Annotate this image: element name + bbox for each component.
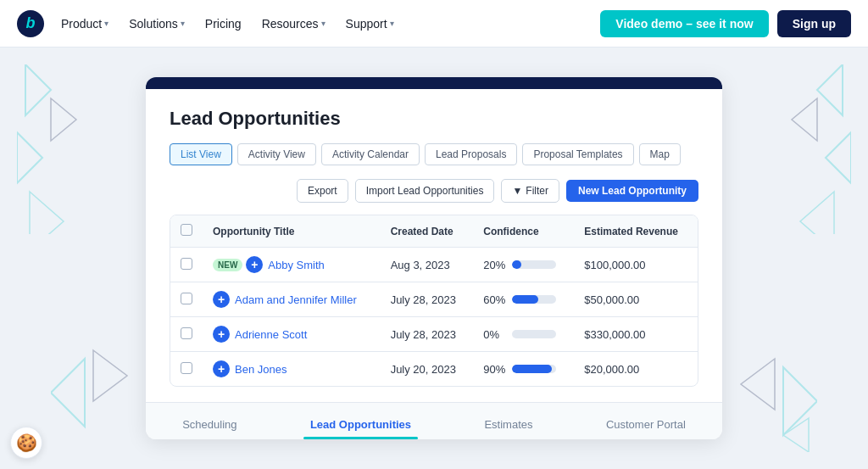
new-lead-opportunity-button[interactable]: New Lead Opportunity	[566, 180, 698, 202]
select-all-checkbox[interactable]	[181, 224, 192, 236]
video-demo-button[interactable]: Video demo – see it now	[600, 10, 768, 37]
lead-name[interactable]: Abby Smith	[268, 259, 324, 271]
table-header-row: Opportunity Title Created Date Confidenc…	[170, 215, 698, 248]
confidence-cell: 90%	[473, 352, 574, 387]
row-checkbox[interactable]	[181, 258, 192, 270]
chevron-down-icon: ▾	[104, 19, 108, 28]
add-icon[interactable]: +	[213, 360, 230, 377]
chevron-down-icon: ▾	[321, 19, 326, 28]
confidence-cell: 60%	[473, 282, 574, 317]
filter-label: Filter	[526, 185, 548, 197]
bottom-tab-scheduling[interactable]: Scheduling	[175, 415, 243, 434]
row-checkbox[interactable]	[181, 327, 192, 339]
deco-right-bottom	[724, 350, 817, 452]
bottom-tabs: Scheduling Lead Opportunities Estimates …	[146, 402, 722, 439]
opportunity-title-cell: NEW + Abby Smith	[203, 248, 381, 282]
nav-item-solutions[interactable]: Solutions ▾	[120, 12, 193, 36]
tab-lead-proposals[interactable]: Lead Proposals	[425, 143, 517, 165]
toolbar: Export Import Lead Opportunities ▼ Filte…	[170, 179, 698, 203]
add-icon[interactable]: +	[246, 256, 263, 273]
svg-marker-2	[30, 192, 64, 234]
signup-button[interactable]: Sign up	[777, 10, 851, 37]
filter-icon: ▼	[512, 185, 522, 197]
col-confidence: Confidence	[473, 215, 574, 248]
svg-marker-8	[800, 192, 834, 234]
row-checkbox[interactable]	[181, 362, 192, 374]
tab-activity-view[interactable]: Activity View	[237, 143, 316, 165]
filter-button[interactable]: ▼ Filter	[501, 179, 559, 203]
confidence-bar-bg	[512, 365, 556, 373]
table-row: + Ben Jones July 20, 2023 90% $20,000.00	[170, 352, 698, 387]
export-button[interactable]: Export	[297, 179, 348, 203]
row-checkbox-cell	[170, 248, 203, 282]
add-icon[interactable]: +	[213, 326, 230, 343]
revenue-cell: $330,000.00	[574, 317, 698, 352]
confidence-percent: 0%	[483, 328, 507, 341]
bottom-tab-customer-portal[interactable]: Customer Portal	[599, 415, 693, 434]
opportunity-title-cell: + Ben Jones	[203, 352, 381, 387]
chevron-down-icon: ▾	[390, 19, 394, 28]
chevron-down-icon: ▾	[181, 19, 185, 28]
lead-name[interactable]: Adrienne Scott	[235, 328, 307, 341]
col-created-date: Created Date	[381, 215, 474, 248]
deco-right-top	[775, 64, 851, 234]
nav-label-solutions: Solutions	[129, 17, 178, 31]
nav-item-product[interactable]: Product ▾	[53, 12, 117, 36]
nav-item-resources[interactable]: Resources ▾	[253, 12, 334, 36]
lead-name[interactable]: Adam and Jennifer Miller	[235, 293, 357, 306]
nav-label-support: Support	[346, 17, 387, 31]
tab-map[interactable]: Map	[639, 143, 681, 165]
navbar: b Product ▾ Solutions ▾ Pricing Resource…	[0, 0, 868, 47]
logo[interactable]: b	[17, 10, 44, 37]
confidence-percent: 20%	[483, 259, 507, 271]
tab-activity-calendar[interactable]: Activity Calendar	[321, 143, 420, 165]
nav-item-support[interactable]: Support ▾	[337, 12, 403, 36]
deco-left-top	[17, 64, 85, 234]
card-body: Lead Opportunities List View Activity Vi…	[146, 89, 722, 402]
revenue-cell: $20,000.00	[574, 352, 698, 387]
confidence-bar-bg	[512, 330, 556, 338]
row-checkbox-cell	[170, 317, 203, 352]
row-checkbox-cell	[170, 282, 203, 317]
leads-table: Opportunity Title Created Date Confidenc…	[170, 215, 698, 387]
bottom-tab-estimates[interactable]: Estimates	[477, 415, 539, 434]
confidence-percent: 60%	[483, 293, 507, 306]
row-checkbox-cell	[170, 352, 203, 387]
revenue-cell: $50,000.00	[574, 282, 698, 317]
row-checkbox[interactable]	[181, 293, 192, 304]
import-button[interactable]: Import Lead Opportunities	[355, 179, 495, 203]
page-title: Lead Opportunities	[170, 108, 698, 130]
nav-items: Product ▾ Solutions ▾ Pricing Resources …	[53, 12, 600, 36]
confidence-percent: 90%	[483, 363, 507, 376]
created-date-cell: July 28, 2023	[381, 282, 474, 317]
svg-marker-0	[25, 64, 51, 115]
svg-marker-1	[17, 132, 42, 183]
nav-label-resources: Resources	[262, 17, 319, 31]
add-icon[interactable]: +	[213, 291, 230, 308]
nav-item-pricing[interactable]: Pricing	[197, 12, 250, 36]
new-badge: NEW	[213, 259, 242, 271]
tab-proposal-templates[interactable]: Proposal Templates	[522, 143, 633, 165]
created-date-cell: July 20, 2023	[381, 352, 474, 387]
lead-name[interactable]: Ben Jones	[235, 363, 287, 376]
revenue-cell: $100,000.00	[574, 248, 698, 282]
confidence-bar-bg	[512, 295, 556, 304]
col-checkbox	[170, 215, 203, 248]
nav-right: Video demo – see it now Sign up	[600, 10, 851, 37]
table-row: + Adrienne Scott July 28, 2023 0% $330,0…	[170, 317, 698, 352]
created-date-cell: Aug 3, 2023	[381, 248, 474, 282]
svg-marker-6	[817, 64, 843, 115]
tab-list-view[interactable]: List View	[170, 143, 232, 165]
cookie-consent-button[interactable]: 🍪	[10, 427, 42, 459]
table-row: + Adam and Jennifer Miller July 28, 2023…	[170, 282, 698, 317]
svg-marker-4	[51, 359, 85, 427]
created-date-cell: July 28, 2023	[381, 317, 474, 352]
bottom-tab-lead-opportunities[interactable]: Lead Opportunities	[303, 415, 418, 434]
confidence-bar-fill	[512, 365, 552, 373]
confidence-bar-fill	[512, 295, 538, 304]
col-opportunity-title: Opportunity Title	[203, 215, 381, 248]
page-body: Lead Opportunities List View Activity Vi…	[0, 47, 868, 469]
nav-label-product: Product	[61, 17, 102, 31]
card-header	[146, 77, 722, 89]
confidence-bar-fill	[512, 260, 520, 269]
